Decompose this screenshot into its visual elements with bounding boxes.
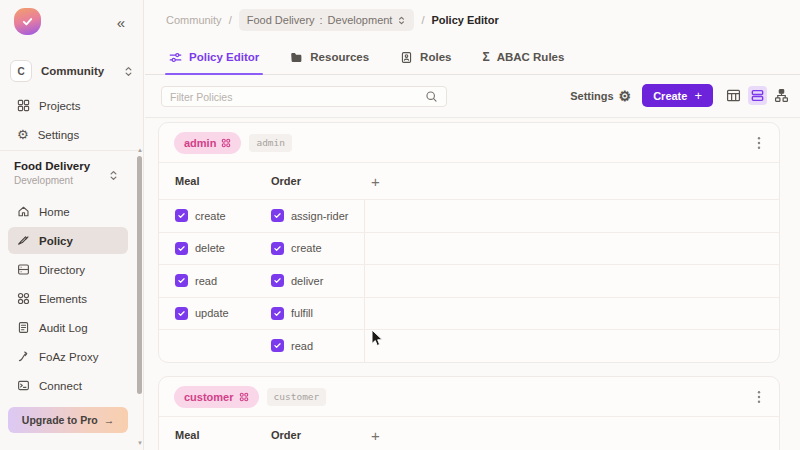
sidebar-item-label: Elements: [39, 293, 87, 305]
permission-checkbox-update[interactable]: update: [159, 307, 271, 320]
tab-roles[interactable]: Roles: [400, 40, 451, 74]
permission-row: delete create: [159, 232, 779, 265]
breadcrumb-page: Policy Editor: [432, 14, 499, 26]
sidebar-item-home[interactable]: Home: [8, 198, 128, 225]
sidebar-item-policy[interactable]: Policy: [8, 227, 128, 254]
sidebar-item-projects[interactable]: Projects: [8, 92, 128, 119]
sidebar-item-settings[interactable]: ⚙ Settings: [8, 121, 128, 148]
tab-label: Roles: [420, 51, 451, 63]
card-menu-kebab-icon[interactable]: [754, 133, 764, 153]
create-button[interactable]: Create +: [642, 84, 713, 107]
view-table-button[interactable]: [724, 86, 743, 105]
permission-row: create assign-rider: [159, 199, 779, 232]
breadcrumb-project: Food Delivery: [247, 14, 315, 26]
tab-bar: Policy Editor Resources Roles Σ ABAC Rul…: [145, 40, 800, 75]
sidebar-scroll-down-icon[interactable]: ▼: [137, 440, 143, 446]
breadcrumb-separator: /: [229, 14, 232, 26]
breadcrumb-environment-selector[interactable]: Food Delivery : Development: [239, 9, 415, 31]
resource-column-header: Order: [271, 175, 364, 187]
tab-label: Policy Editor: [189, 51, 259, 63]
home-icon: [17, 205, 30, 218]
chevron-updown-icon: [123, 65, 134, 78]
policy-settings-button[interactable]: Settings ⚙: [570, 89, 631, 103]
checkbox-checked-icon[interactable]: [271, 209, 284, 222]
card-menu-kebab-icon[interactable]: [754, 387, 764, 407]
sidebar-item-label: Projects: [39, 100, 81, 112]
permission-row: update fulfill: [159, 297, 779, 330]
filter-policies-input[interactable]: [162, 91, 425, 103]
tab-resources[interactable]: Resources: [290, 40, 369, 74]
workspace-selector[interactable]: C Community: [10, 58, 134, 84]
workspace-initial-badge: C: [10, 60, 32, 82]
proxy-arrow-icon: [17, 350, 30, 363]
checkbox-checked-icon[interactable]: [271, 339, 284, 352]
permission-checkbox-read-order[interactable]: read: [271, 339, 364, 352]
upgrade-label: Upgrade to Pro: [22, 414, 98, 426]
checkbox-checked-icon[interactable]: [175, 209, 188, 222]
chevron-updown-icon[interactable]: [108, 169, 119, 182]
create-label: Create: [653, 90, 687, 102]
permission-checkbox-deliver[interactable]: deliver: [271, 274, 364, 287]
sliders-icon: [169, 51, 182, 64]
permission-checkbox-create[interactable]: create: [159, 209, 271, 222]
role-pill-admin[interactable]: admin: [174, 132, 241, 154]
checkbox-checked-icon[interactable]: [175, 242, 188, 255]
tab-abac-rules[interactable]: Σ ABAC Rules: [482, 40, 564, 74]
sidebar-item-elements[interactable]: Elements: [8, 285, 128, 312]
permission-checkbox-create-order[interactable]: create: [271, 242, 364, 255]
main-area: Community / Food Delivery : Development …: [145, 0, 800, 450]
badge-icon: [400, 51, 413, 64]
role-pill-customer[interactable]: customer: [174, 386, 259, 408]
filter-policies-field[interactable]: [161, 86, 447, 107]
sidebar-item-foaz-proxy[interactable]: FoAz Proxy: [8, 343, 128, 370]
graph-view-icon: [774, 88, 789, 103]
checkbox-checked-icon[interactable]: [175, 274, 188, 287]
checkbox-checked-icon[interactable]: [271, 274, 284, 287]
permission-checkbox-delete[interactable]: delete: [159, 242, 271, 255]
upgrade-to-pro-button[interactable]: Upgrade to Pro →: [8, 407, 128, 433]
sigma-icon: Σ: [482, 50, 489, 64]
permission-checkbox-assign-rider[interactable]: assign-rider: [271, 209, 364, 222]
tab-label: ABAC Rules: [497, 51, 565, 63]
tab-policy-editor[interactable]: Policy Editor: [169, 40, 259, 74]
breadcrumb-env: Development: [328, 14, 393, 26]
add-resource-button[interactable]: +: [364, 173, 779, 190]
sidebar-collapse-icon[interactable]: «: [117, 14, 125, 31]
permission-checkbox-fulfill[interactable]: fulfill: [271, 307, 364, 320]
tab-label: Resources: [310, 51, 369, 63]
policy-list-scroll-area[interactable]: admin admin Meal Order + create assign-r…: [145, 117, 800, 450]
breadcrumb-workspace[interactable]: Community: [166, 14, 222, 26]
view-graph-button[interactable]: [772, 86, 791, 105]
breadcrumb-colon: :: [320, 14, 323, 26]
sidebar-scroll-up-icon[interactable]: ▲: [137, 147, 143, 153]
sidebar-item-label: FoAz Proxy: [39, 351, 98, 363]
permissions-table: Meal Order + create assign-rider delete …: [159, 163, 779, 362]
sidebar-item-connect[interactable]: Connect: [8, 372, 128, 399]
checkbox-checked-icon[interactable]: [271, 242, 284, 255]
role-grid-icon: [239, 392, 249, 402]
empty-cell: [364, 330, 779, 362]
search-icon: [425, 90, 438, 103]
empty-cell: [364, 200, 779, 232]
policy-card-customer: customer customer Meal Order +: [158, 376, 780, 450]
permission-row: read: [159, 329, 779, 362]
role-key-badge: admin: [249, 134, 292, 152]
app-logo-icon[interactable]: [14, 8, 41, 35]
workspace-name: Community: [41, 65, 114, 77]
sidebar-scrollbar-thumb[interactable]: [137, 156, 142, 394]
permissions-header-row: Meal Order +: [159, 417, 779, 450]
empty-cell: [364, 265, 779, 297]
permissions-table: Meal Order +: [159, 417, 779, 450]
audit-log-icon: [17, 321, 30, 334]
sidebar-item-label: Settings: [38, 129, 80, 141]
permission-checkbox-read[interactable]: read: [159, 274, 271, 287]
policy-pen-icon: [17, 234, 30, 247]
checkbox-checked-icon[interactable]: [175, 307, 188, 320]
role-grid-icon: [221, 138, 231, 148]
add-resource-button[interactable]: +: [364, 427, 779, 444]
projects-grid-icon: [17, 99, 30, 112]
sidebar-item-audit-log[interactable]: Audit Log: [8, 314, 128, 341]
sidebar-item-directory[interactable]: Directory: [8, 256, 128, 283]
view-list-button[interactable]: [748, 86, 767, 105]
checkbox-checked-icon[interactable]: [271, 307, 284, 320]
